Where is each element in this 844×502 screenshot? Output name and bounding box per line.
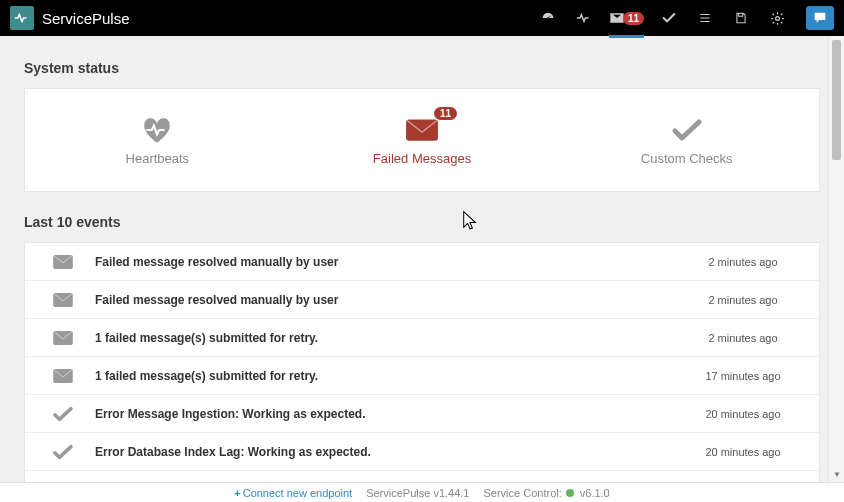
- app-name: ServicePulse: [42, 10, 130, 27]
- status-heartbeats[interactable]: Heartbeats: [25, 89, 290, 191]
- speech-icon: [812, 10, 828, 26]
- connect-endpoint-link[interactable]: + Connect new endpoint: [234, 487, 352, 499]
- check-icon: [31, 406, 95, 422]
- envelope-icon: [31, 368, 95, 384]
- nav-failed[interactable]: 11: [609, 0, 644, 36]
- plus-icon: +: [234, 487, 240, 499]
- envelope-icon: [31, 254, 95, 270]
- nav-feedback[interactable]: [806, 6, 834, 30]
- check-icon: [31, 444, 95, 460]
- status-title: System status: [24, 60, 820, 76]
- gauge-icon: [540, 10, 556, 26]
- scrollbar[interactable]: ▲ ▼: [828, 36, 844, 482]
- nav-checks[interactable]: [658, 0, 680, 36]
- logo-icon: [10, 6, 34, 30]
- check-icon: [670, 115, 704, 145]
- status-failed-label: Failed Messages: [373, 151, 471, 166]
- status-checks-label: Custom Checks: [641, 151, 733, 166]
- heart-icon: [140, 115, 174, 145]
- event-text: Failed message resolved manually by user: [95, 255, 673, 269]
- envelope-icon: [405, 115, 439, 145]
- status-card: Heartbeats 11 Failed Messages Custom Che…: [24, 88, 820, 192]
- events-list: Failed message resolved manually by user…: [24, 242, 820, 482]
- scroll-down-icon[interactable]: ▼: [829, 466, 844, 482]
- nav-config[interactable]: [766, 0, 788, 36]
- event-text: Error Database Index Lag: Working as exp…: [95, 445, 673, 459]
- event-time: 2 minutes ago: [673, 294, 813, 306]
- event-row[interactable]: Error Message Ingestion: Working as expe…: [25, 395, 819, 433]
- connect-label: Connect new endpoint: [243, 487, 352, 499]
- event-time: 2 minutes ago: [673, 256, 813, 268]
- event-row[interactable]: 1 failed message(s) submitted for retry.…: [25, 357, 819, 395]
- status-dot-icon: [566, 489, 574, 497]
- list-icon: [698, 11, 712, 25]
- event-text: Failed message resolved manually by user: [95, 293, 673, 307]
- event-time: 20 minutes ago: [673, 408, 813, 420]
- gear-icon: [770, 11, 785, 26]
- event-row[interactable]: Error Database Index Lag: Working as exp…: [25, 433, 819, 471]
- nav-monitoring[interactable]: [694, 0, 716, 36]
- sp-version: ServicePulse v1.44.1: [366, 487, 469, 499]
- failed-count-badge: 11: [623, 12, 644, 25]
- heartbeat-icon: [576, 10, 592, 26]
- failed-badge: 11: [434, 107, 457, 120]
- nav-events[interactable]: [730, 0, 752, 36]
- event-row[interactable]: Failed message resolved manually by user…: [25, 243, 819, 281]
- nav-dashboard[interactable]: [537, 0, 559, 36]
- event-text: Error Message Ingestion: Working as expe…: [95, 407, 673, 421]
- events-title: Last 10 events: [24, 214, 820, 230]
- page-body: System status Heartbeats 11 Failed Messa…: [0, 36, 844, 482]
- event-time: 2 minutes ago: [673, 332, 813, 344]
- status-checks[interactable]: Custom Checks: [554, 89, 819, 191]
- nav-right: 11: [537, 0, 834, 36]
- sc-label: Service Control:: [484, 487, 562, 499]
- save-icon: [734, 11, 748, 25]
- event-row[interactable]: 1 failed message(s) submitted for retry.…: [25, 319, 819, 357]
- envelope-icon: [31, 330, 95, 346]
- event-time: 20 minutes ago: [673, 446, 813, 458]
- brand[interactable]: ServicePulse: [10, 6, 130, 30]
- event-row[interactable]: Failed message resolved manually by user…: [25, 281, 819, 319]
- event-text: 1 failed message(s) submitted for retry.: [95, 369, 673, 383]
- envelope-icon: [31, 292, 95, 308]
- event-row[interactable]: Error Database Index Errors: Working as …: [25, 471, 819, 482]
- check-icon: [661, 10, 677, 26]
- top-navbar: ServicePulse 11: [0, 0, 844, 36]
- status-failed[interactable]: 11 Failed Messages: [290, 89, 555, 191]
- sc-block: Service Control: v6.1.0: [484, 487, 610, 499]
- scroll-thumb[interactable]: [832, 40, 841, 160]
- sc-version: v6.1.0: [580, 487, 610, 499]
- footer: + Connect new endpoint ServicePulse v1.4…: [0, 482, 844, 502]
- event-time: 17 minutes ago: [673, 370, 813, 382]
- status-heartbeats-label: Heartbeats: [126, 151, 190, 166]
- svg-point-1: [775, 16, 779, 20]
- event-text: 1 failed message(s) submitted for retry.: [95, 331, 673, 345]
- nav-heartbeats[interactable]: [573, 0, 595, 36]
